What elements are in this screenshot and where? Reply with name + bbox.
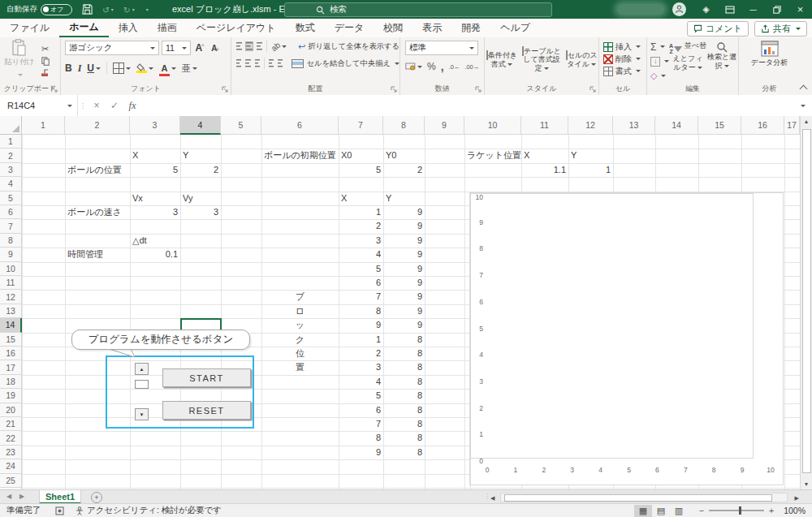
comments-button[interactable]: コメント	[687, 21, 749, 37]
decrease-indent-button[interactable]	[269, 59, 274, 67]
search-input[interactable]: 検索	[284, 2, 552, 17]
grid-cell-r3c8[interactable]: 2	[383, 163, 425, 177]
cut-button[interactable]: ✂	[41, 44, 50, 54]
grid-cell-r23c8[interactable]: 8	[383, 446, 425, 459]
borders-button[interactable]	[113, 62, 131, 74]
currency-format-button[interactable]	[405, 62, 422, 71]
styles-dialog-launcher[interactable]	[590, 86, 596, 93]
row-header-17[interactable]: 17	[0, 360, 22, 374]
prev-sheet-arrow[interactable]: ◀	[6, 493, 11, 500]
undo-button[interactable]: ↺▾	[102, 5, 114, 15]
delete-cells-button[interactable]: 削除	[603, 53, 646, 65]
grid-cell-r18c8[interactable]: 8	[383, 375, 425, 389]
select-all-corner[interactable]	[0, 116, 22, 135]
row-header-24[interactable]: 24	[0, 459, 22, 473]
row-header-3[interactable]: 3	[0, 163, 22, 177]
scroll-down-arrow[interactable]: ▼	[801, 481, 811, 487]
row-header-19[interactable]: 19	[0, 389, 22, 403]
grid-cell-r7c7[interactable]: 2	[339, 219, 383, 233]
zoom-in-button[interactable]: +	[769, 506, 774, 515]
gem-icon[interactable]: ◈	[694, 0, 718, 19]
ribbon-display-options-button[interactable]	[718, 0, 741, 19]
ribbon-tab-ヘルプ[interactable]: ヘルプ	[490, 19, 540, 37]
grid-cell-r12c6[interactable]: ブ	[261, 290, 339, 304]
grid-cell-r13c7[interactable]: 8	[339, 304, 383, 318]
column-header-11[interactable]: 11	[521, 116, 568, 135]
quick-access-customize-button[interactable]: ▾	[145, 6, 149, 12]
spin-down-button[interactable]: ▼	[135, 408, 149, 420]
grid-cell-r16c6[interactable]: 位	[261, 347, 339, 360]
grid-cell-r15c8[interactable]: 8	[383, 333, 425, 347]
ribbon-tab-ページレイアウト[interactable]: ページレイアウト	[187, 19, 286, 37]
name-box[interactable]: R14C4	[0, 95, 78, 116]
grid-cell-r3c11[interactable]: 1.1	[521, 163, 568, 177]
format-cells-button[interactable]: 書式	[603, 65, 646, 77]
column-header-3[interactable]: 3	[130, 116, 180, 135]
grid-cell-r21c8[interactable]: 8	[383, 417, 425, 431]
spin-thumb[interactable]	[135, 380, 149, 389]
grid-cell-r12c7[interactable]: 7	[339, 290, 383, 304]
row-header-12[interactable]: 12	[0, 290, 22, 304]
grid-cell-r17c6[interactable]: 置	[261, 360, 339, 374]
column-header-12[interactable]: 12	[568, 116, 613, 135]
zoom-slider-thumb[interactable]	[739, 506, 741, 515]
grid-cell-r16c8[interactable]: 8	[383, 347, 425, 360]
grid-cell-r6c4[interactable]: 3	[180, 205, 221, 219]
format-painter-button[interactable]	[41, 68, 50, 77]
ribbon-tab-挿入[interactable]: 挿入	[109, 19, 148, 37]
clipboard-dialog-launcher[interactable]	[51, 86, 58, 93]
font-dialog-launcher[interactable]	[222, 86, 228, 93]
decrease-font-size-button[interactable]: A˅	[209, 44, 222, 53]
grid-cell-r7c8[interactable]: 9	[383, 219, 425, 233]
grid-cell-r8c3[interactable]: △dt	[130, 234, 180, 248]
column-header-17[interactable]: 17	[784, 116, 800, 135]
accessibility-status[interactable]: アクセシビリティ: 検討が必要です	[76, 505, 222, 516]
data-analysis-button[interactable]: データ分析	[739, 41, 800, 67]
row-header-4[interactable]: 4	[0, 177, 22, 191]
copy-button[interactable]	[41, 57, 50, 66]
grid-cell-r3c3[interactable]: 5	[130, 163, 180, 177]
grid-cell-r23c7[interactable]: 9	[339, 446, 383, 459]
new-sheet-button[interactable]: +	[91, 492, 102, 503]
wrap-text-button[interactable]: ↩ 折り返して全体を表示する	[298, 41, 400, 52]
scroll-up-arrow[interactable]: ▲	[801, 118, 811, 124]
grid-cell-r14c7[interactable]: 9	[339, 318, 383, 332]
increase-indent-button[interactable]	[278, 59, 283, 67]
decrease-decimal-button[interactable]: .00→	[464, 63, 479, 71]
column-header-14[interactable]: 14	[655, 116, 698, 135]
ribbon-tab-ファイル[interactable]: ファイル	[0, 19, 59, 37]
number-format-select[interactable]: 標準	[405, 41, 478, 55]
save-button[interactable]	[82, 4, 93, 15]
autosum-button[interactable]: Σ	[650, 41, 669, 53]
formula-input[interactable]	[141, 95, 799, 116]
callout-shape[interactable]: プログラムを動作させるボタン	[71, 330, 250, 350]
alignment-dialog-launcher[interactable]	[391, 86, 397, 93]
row-header-21[interactable]: 21	[0, 417, 22, 431]
zoom-level[interactable]: 100%	[784, 506, 806, 515]
grid-cell-r2c4[interactable]: Y	[180, 149, 221, 162]
grid-cell-r8c7[interactable]: 3	[339, 234, 383, 248]
scroll-right-arrow[interactable]: ▶	[795, 495, 799, 502]
paste-button[interactable]: 貼り付け	[3, 38, 36, 82]
normal-view-button[interactable]: ▦	[634, 505, 652, 517]
grid-cell-r20c7[interactable]: 6	[339, 403, 383, 417]
grid-cell-r15c6[interactable]: ク	[261, 333, 339, 347]
insert-cells-button[interactable]: 挿入	[603, 41, 646, 53]
macro-record-button[interactable]	[55, 506, 64, 515]
bottom-align-button[interactable]	[257, 42, 262, 50]
grid-cell-r22c7[interactable]: 8	[339, 431, 383, 445]
grid-cell-r5c8[interactable]: Y	[383, 192, 425, 205]
row-header-9[interactable]: 9	[0, 248, 22, 261]
row-header-8[interactable]: 8	[0, 234, 22, 248]
grid-cell-r11c8[interactable]: 9	[383, 276, 425, 290]
restore-button[interactable]	[765, 0, 788, 19]
grid-cell-r2c7[interactable]: X0	[339, 149, 383, 162]
row-header-1[interactable]: 1	[0, 135, 22, 149]
zoom-slider[interactable]	[709, 510, 764, 511]
redo-button[interactable]: ↻▾	[123, 5, 135, 15]
grid-cell-r3c7[interactable]: 5	[339, 163, 383, 177]
row-header-16[interactable]: 16	[0, 347, 22, 360]
clear-button[interactable]: ◇	[650, 70, 669, 82]
fill-button[interactable]: ↓	[650, 55, 669, 67]
tab-split-handle[interactable]: ⋮	[484, 493, 490, 500]
